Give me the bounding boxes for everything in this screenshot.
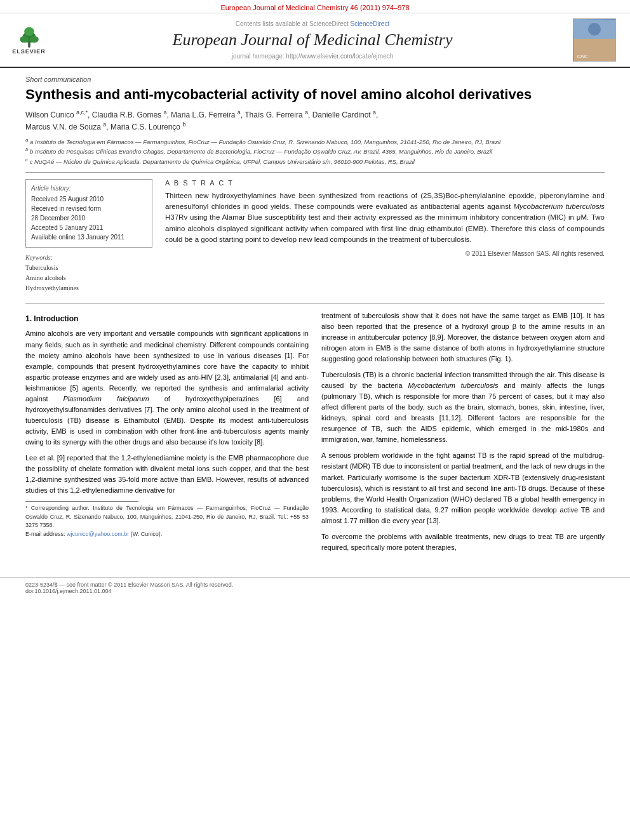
abstract-label: A B S T R A C T — [165, 179, 605, 187]
svg-rect-6 — [29, 45, 30, 48]
keywords-label: Keywords: — [25, 254, 152, 261]
issn-text: 0223-5234/$ — see front matter © 2011 El… — [25, 582, 233, 588]
body-divider — [25, 303, 605, 304]
journal-title-container: Contents lists available at ScienceDirec… — [62, 20, 563, 59]
keywords-section: Keywords: Tuberculosis Amino alcohols Hy… — [25, 254, 152, 293]
right-para-3: A serious problem worldwide in the fight… — [321, 450, 605, 526]
article-history-box: Article history: Received 25 August 2010… — [25, 179, 152, 248]
volume-text: European Journal of Medicinal Chemistry … — [220, 4, 409, 11]
footnote-corresponding: * Corresponding author. Instituto de Tec… — [25, 504, 309, 530]
svg-text:EJMC: EJMC — [577, 55, 588, 58]
intro-heading: 1. Introduction — [25, 313, 309, 325]
doi-text: doi:10.1016/j.ejmech.2011.01.004 — [25, 588, 112, 594]
received-revised-date: 28 December 2010 — [31, 213, 147, 223]
journal-volume-info: European Journal of Medicinal Chemistry … — [0, 0, 630, 13]
received-revised-label: Received in revised form — [31, 204, 147, 213]
affiliation-a: a a Instituto de Tecnologia em Fármacos … — [25, 138, 500, 145]
received-date: Received 25 August 2010 — [31, 194, 147, 204]
intro-para-2: Lee et al. [9] reported that the 1,2-eth… — [25, 453, 309, 496]
affiliation-c: c c NuQAé — Núcleo de Química Aplicada, … — [25, 158, 415, 165]
journal-name: European Journal of Medicinal Chemistry — [62, 30, 563, 50]
email-link[interactable]: wjcunico@yahoo.com.br — [67, 531, 129, 537]
journal-homepage: journal homepage: http://www.elsevier.co… — [62, 53, 563, 60]
article-title: Synthesis and anti-mycobacterial activit… — [25, 86, 605, 103]
cover-image: EJMC — [573, 18, 616, 62]
sciencedirect-info: Contents lists available at ScienceDirec… — [62, 20, 563, 27]
section-label: Short communication — [25, 76, 605, 83]
journal-header: ELSEVIER Contents lists available at Sci… — [0, 13, 630, 68]
elsevier-logo: ELSEVIER — [5, 21, 53, 59]
elsevier-logo-container: ELSEVIER — [5, 21, 56, 59]
info-abstract-section: Article history: Received 25 August 2010… — [25, 179, 605, 293]
abstract-col: A B S T R A C T Thirteen new hydroxyethy… — [165, 179, 605, 293]
intro-para-1: Amino alcohols are very important and ve… — [25, 328, 309, 448]
keyword-hydroxyethylamines: Hydroxyethylamines — [25, 283, 152, 293]
elsevier-tree-icon — [13, 26, 45, 48]
svg-point-3 — [29, 36, 38, 43]
sciencedirect-text: Contents lists available at ScienceDirec… — [236, 20, 349, 27]
accepted-date: Accepted 5 January 2011 — [31, 223, 147, 232]
elsevier-text: ELSEVIER — [12, 48, 46, 55]
article-history-label: Article history: — [31, 185, 147, 192]
cover-image-container: EJMC — [569, 18, 620, 62]
footnote-divider — [25, 501, 138, 502]
main-content: Short communication Synthesis and anti-m… — [0, 68, 630, 571]
keyword-tuberculosis: Tuberculosis — [25, 263, 152, 273]
body-left-col: 1. Introduction Amino alcohols are very … — [25, 310, 309, 558]
keyword-amino-alcohols: Amino alcohols — [25, 273, 152, 283]
body-content: 1. Introduction Amino alcohols are very … — [25, 310, 605, 558]
footnote-email: E-mail address: wjcunico@yahoo.com.br (W… — [25, 530, 309, 539]
page: European Journal of Medicinal Chemistry … — [0, 0, 630, 840]
affiliations: a a Instituto de Tecnologia em Fármacos … — [25, 137, 605, 166]
copyright-text: © 2011 Elsevier Masson SAS. All rights r… — [165, 250, 605, 257]
svg-point-4 — [24, 27, 34, 36]
svg-point-10 — [588, 23, 601, 36]
svg-point-2 — [20, 36, 29, 43]
body-right-col: treatment of tuberculosis show that it d… — [321, 310, 605, 558]
available-date: Available online 13 January 2011 — [31, 232, 147, 242]
right-para-1: treatment of tuberculosis show that it d… — [321, 310, 605, 364]
cover-image-icon: EJMC — [574, 20, 615, 61]
svg-point-5 — [28, 43, 30, 46]
sciencedirect-link[interactable]: ScienceDirect — [350, 20, 389, 27]
bottom-bar: 0223-5234/$ — see front matter © 2011 El… — [0, 577, 630, 598]
authors: Wilson Cunico a,c,*, Claudia R.B. Gomes … — [25, 109, 605, 133]
article-info-col: Article history: Received 25 August 2010… — [25, 179, 152, 293]
abstract-text: Thirteen new hydroxyethylamines have bee… — [165, 190, 605, 245]
right-para-2: Tuberculosis (TB) is a chronic bacterial… — [321, 370, 605, 445]
section-divider — [25, 172, 605, 173]
affiliation-b: b b Instituto de Pesquisas Clínicas Evan… — [25, 148, 492, 155]
right-para-4: To overcome the problems with available … — [321, 531, 605, 553]
homepage-text: journal homepage: http://www.elsevier.co… — [232, 53, 394, 60]
